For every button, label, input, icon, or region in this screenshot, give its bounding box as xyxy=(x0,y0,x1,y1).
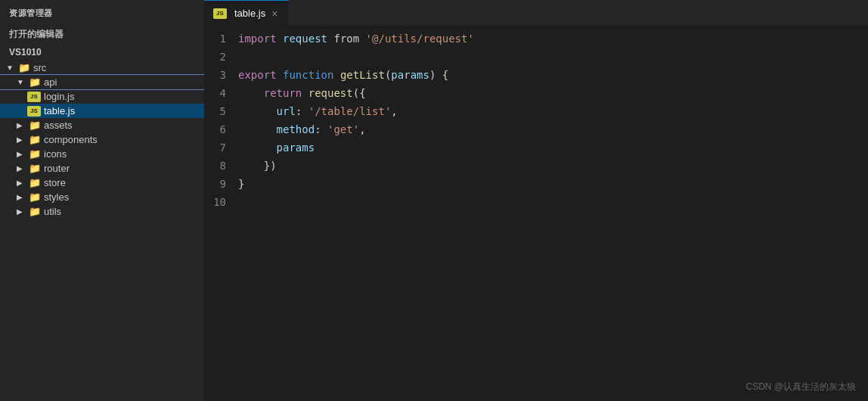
code-line: 1import request from '@/utils/request' xyxy=(204,30,868,48)
token: : xyxy=(296,105,308,117)
token: request xyxy=(283,33,327,45)
tree-item-login-js[interactable]: JS login.js xyxy=(0,89,204,104)
arrow-store xyxy=(17,179,29,187)
code-content: export function getList(params) { xyxy=(238,66,868,84)
code-line: 2 xyxy=(204,48,868,66)
folder-icon-router: 📁 xyxy=(29,163,41,174)
line-number: 7 xyxy=(204,138,238,157)
code-content: } xyxy=(238,175,868,193)
tree-item-assets[interactable]: 📁 assets xyxy=(0,118,204,132)
code-line: 5 url: '/table/list', xyxy=(204,102,868,120)
folder-icon-store: 📁 xyxy=(29,177,41,188)
token: '/table/list' xyxy=(308,105,392,117)
tree-item-src[interactable]: 📁 src xyxy=(0,61,204,75)
arrow-api xyxy=(17,78,29,86)
token: , xyxy=(359,123,365,135)
project-name: VS1010 xyxy=(0,44,204,61)
code-content: method: 'get', xyxy=(238,120,868,138)
token: : xyxy=(315,123,327,135)
tree-item-api[interactable]: 📁 api xyxy=(0,75,204,89)
line-number: 2 xyxy=(204,48,238,66)
tree-item-store[interactable]: 📁 store xyxy=(0,176,204,190)
watermark: CSDN @认真生活的灰太狼 xyxy=(746,381,856,393)
line-number: 1 xyxy=(204,30,238,48)
token: url xyxy=(277,105,296,117)
label-api: api xyxy=(44,76,57,88)
tree-item-utils[interactable]: 📁 utils xyxy=(0,204,204,219)
editor: 1import request from '@/utils/request'23… xyxy=(204,26,868,401)
token: params xyxy=(391,69,429,81)
token: params xyxy=(277,141,315,154)
token xyxy=(238,105,277,117)
arrow-src xyxy=(6,64,18,72)
sidebar: 资源管理器 打开的编辑器 VS1010 📁 src 📁 api JS login… xyxy=(0,0,204,401)
token: 'get' xyxy=(327,123,359,135)
tab-bar: JS table.js × xyxy=(204,0,868,26)
arrow-components xyxy=(17,135,29,144)
arrow-styles xyxy=(17,193,29,201)
open-editors-label: 打开的编辑器 xyxy=(0,23,204,44)
code-content: params xyxy=(238,138,868,157)
js-icon-login: JS xyxy=(27,92,41,102)
line-number: 9 xyxy=(204,175,238,193)
line-number: 8 xyxy=(204,157,238,175)
label-login-js: login.js xyxy=(44,91,74,102)
folder-icon-components: 📁 xyxy=(29,134,41,145)
token xyxy=(277,33,283,45)
code-content: url: '/table/list', xyxy=(238,102,868,120)
code-line: 7 params xyxy=(204,138,868,157)
js-icon-table: JS xyxy=(27,106,41,117)
token: request xyxy=(308,87,353,99)
token: method xyxy=(277,123,315,135)
label-router: router xyxy=(44,163,70,174)
tab-js-icon: JS xyxy=(213,8,227,19)
folder-icon-src: 📁 xyxy=(18,62,30,73)
token: return xyxy=(238,87,308,99)
token: , xyxy=(391,105,397,117)
code-line: 9} xyxy=(204,175,868,193)
label-styles: styles xyxy=(44,191,69,203)
arrow-icons xyxy=(17,150,29,158)
line-number: 10 xyxy=(204,193,238,211)
code-line: 8 }) xyxy=(204,157,868,175)
token: function xyxy=(283,69,333,81)
code-area: 1import request from '@/utils/request'23… xyxy=(204,26,868,211)
tree-item-table-js[interactable]: JS table.js xyxy=(0,104,204,118)
token: }) xyxy=(238,160,277,172)
tree-item-styles[interactable]: 📁 styles xyxy=(0,190,204,204)
label-store: store xyxy=(44,177,66,188)
code-line: 3export function getList(params) { xyxy=(204,66,868,84)
line-number: 5 xyxy=(204,102,238,120)
label-src: src xyxy=(33,62,46,73)
line-number: 6 xyxy=(204,120,238,138)
token xyxy=(277,69,283,81)
label-icons: icons xyxy=(44,148,67,160)
token: } xyxy=(238,178,244,190)
arrow-assets xyxy=(17,121,29,129)
code-line: 6 method: 'get', xyxy=(204,120,868,138)
code-line: 4 return request({ xyxy=(204,84,868,102)
label-utils: utils xyxy=(44,206,61,217)
tab-close-button[interactable]: × xyxy=(270,8,279,20)
token: from xyxy=(327,33,366,45)
token xyxy=(238,141,277,154)
tree-item-router[interactable]: 📁 router xyxy=(0,161,204,176)
code-content: import request from '@/utils/request' xyxy=(238,30,868,48)
token: '@/utils/request' xyxy=(366,33,474,45)
arrow-router xyxy=(17,164,29,173)
label-table-js: table.js xyxy=(44,105,75,117)
folder-icon-assets: 📁 xyxy=(29,120,41,131)
tab-label: table.js xyxy=(234,8,265,19)
sidebar-title: 资源管理器 xyxy=(0,0,204,23)
line-number: 3 xyxy=(204,66,238,84)
tab-table-js[interactable]: JS table.js × xyxy=(204,0,289,26)
token: ) { xyxy=(429,69,448,81)
token: ({ xyxy=(353,87,366,99)
tree-item-icons[interactable]: 📁 icons xyxy=(0,147,204,161)
token xyxy=(333,69,339,81)
tree-item-components[interactable]: 📁 components xyxy=(0,132,204,147)
folder-icon-icons: 📁 xyxy=(29,148,41,160)
code-content: }) xyxy=(238,157,868,175)
label-assets: assets xyxy=(44,120,73,131)
code-line: 10 xyxy=(204,193,868,211)
